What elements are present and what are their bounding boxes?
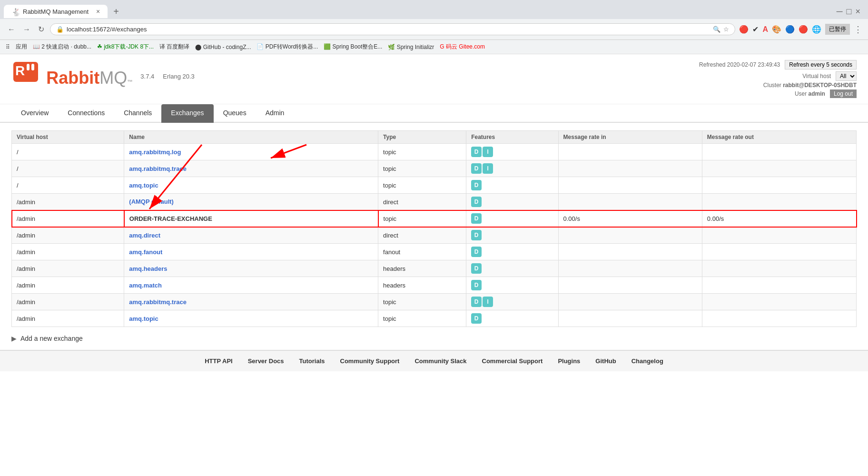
cell-type: direct <box>378 227 466 244</box>
logout-btn[interactable]: Log out <box>830 89 857 98</box>
cell-name[interactable]: amq.direct <box>124 227 378 244</box>
cell-features: D <box>466 227 558 244</box>
nav-channels[interactable]: Channels <box>114 104 161 123</box>
cell-vhost: /admin <box>12 310 124 327</box>
cell-name[interactable]: amq.match <box>124 277 378 294</box>
table-row[interactable]: /amq.rabbitmq.logtopicDI <box>12 144 857 160</box>
cell-rate-out <box>702 194 856 210</box>
cell-name[interactable]: (AMQP default) <box>124 194 378 210</box>
new-tab-btn[interactable]: + <box>109 4 123 19</box>
cell-vhost: /admin <box>12 260 124 277</box>
add-exchange-section[interactable]: ▶ Add a new exchange <box>11 335 857 342</box>
bookmark-jdk[interactable]: ☘ jdk8下载-JDK 8下... <box>97 43 154 51</box>
table-row[interactable]: /adminamq.headersheadersD <box>12 260 857 277</box>
vhost-label: Virtual host <box>802 73 831 79</box>
bookmark-spring-init[interactable]: 🌿 Spring Initializr <box>388 44 434 50</box>
cell-rate-out: 0.00/s <box>702 210 856 227</box>
footer-http-api[interactable]: HTTP API <box>205 357 233 365</box>
maximize-btn[interactable]: □ <box>847 7 852 17</box>
main-nav: Overview Connections Channels Exchanges … <box>0 104 868 123</box>
cell-rate-in <box>558 244 702 260</box>
pause-btn[interactable]: 已暂停 <box>825 24 850 35</box>
table-row[interactable]: /adminamq.fanoutfanoutD <box>12 244 857 260</box>
footer-community-support[interactable]: Community Support <box>340 357 400 365</box>
nav-queues[interactable]: Queues <box>214 104 256 123</box>
bookmark-spring-boot[interactable]: 🟩 Spring Boot整合E... <box>324 43 382 51</box>
footer-changelog[interactable]: Changelog <box>631 357 663 365</box>
table-row[interactable]: /amq.topictopicD <box>12 177 857 194</box>
table-row[interactable]: /amq.rabbitmq.tracetopicDI <box>12 160 857 177</box>
footer-community-slack[interactable]: Community Slack <box>414 357 466 365</box>
cell-name[interactable]: amq.fanout <box>124 244 378 260</box>
exchanges-table: Virtual host Name Type Features Message … <box>11 130 857 327</box>
nav-connections[interactable]: Connections <box>58 104 114 123</box>
cell-rate-out <box>702 277 856 294</box>
tab-bar: 🐇 RabbitMQ Management × + ─ □ × <box>0 0 868 19</box>
cell-name[interactable]: amq.rabbitmq.trace <box>124 294 378 310</box>
refreshed-time: 2020-02-07 23:49:43 <box>727 61 780 68</box>
bookmark-apps[interactable]: 应用 <box>16 43 27 51</box>
cell-vhost: /admin <box>12 294 124 310</box>
cell-rate-out <box>702 160 856 177</box>
apps-icon[interactable]: ⠿ <box>6 44 10 50</box>
forward-btn[interactable]: → <box>21 23 32 36</box>
table-row[interactable]: /adminamq.topictopicD <box>12 310 857 327</box>
ext-icon-7[interactable]: 🌐 <box>812 25 821 34</box>
cell-name[interactable]: amq.rabbitmq.trace <box>124 160 378 177</box>
tab-close-btn[interactable]: × <box>96 8 100 15</box>
close-window-btn[interactable]: × <box>855 7 860 17</box>
footer-commercial-support[interactable]: Commercial Support <box>482 357 543 365</box>
table-row[interactable]: /adminamq.rabbitmq.tracetopicDI <box>12 294 857 310</box>
bookmark-dubbo[interactable]: 📖 2 快速启动 · dubb... <box>33 43 91 51</box>
footer-github[interactable]: GitHub <box>595 357 616 365</box>
add-exchange-label: Add a new exchange <box>20 335 83 342</box>
bookmark-github[interactable]: ⬤ GitHub - codingZ... <box>195 44 251 50</box>
table-row[interactable]: /adminamq.directdirectD <box>12 227 857 244</box>
star-icon[interactable]: ☆ <box>723 26 729 33</box>
cell-rate-in <box>558 144 702 160</box>
feature-badge-d: D <box>471 230 482 240</box>
footer-server-docs[interactable]: Server Docs <box>248 357 284 365</box>
cell-features: D <box>466 310 558 327</box>
feature-badge-d: D <box>471 297 482 307</box>
cell-name[interactable]: amq.rabbitmq.log <box>124 144 378 160</box>
nav-exchanges[interactable]: Exchanges <box>161 104 213 123</box>
ext-icon-5[interactable]: 🔵 <box>785 25 795 34</box>
vhost-line: Virtual host All <box>699 71 857 81</box>
cell-rate-out <box>702 227 856 244</box>
cell-name[interactable]: amq.topic <box>124 177 378 194</box>
table-row[interactable]: /adminamq.matchheadersD <box>12 277 857 294</box>
rabbit-logo-svg: R <box>11 60 40 84</box>
refresh-btn[interactable]: Refresh every 5 seconds <box>785 60 857 69</box>
cell-rate-in <box>558 310 702 327</box>
ext-icon-1[interactable]: 🔴 <box>739 25 749 34</box>
cell-features: D <box>466 177 558 194</box>
cell-name[interactable]: amq.topic <box>124 310 378 327</box>
ext-icon-6[interactable]: 🔴 <box>799 25 808 34</box>
ext-icon-2[interactable]: ✔ <box>752 25 759 34</box>
reload-btn[interactable]: ↻ <box>36 23 46 36</box>
nav-overview[interactable]: Overview <box>11 104 58 123</box>
menu-btn[interactable]: ⋮ <box>854 24 862 35</box>
bookmark-baidu[interactable]: 译 百度翻译 <box>159 43 189 51</box>
table-row[interactable]: /adminORDER-TRACE-EXCHANGEtopicD0.00/s0.… <box>12 210 857 227</box>
table-row[interactable]: /admin(AMQP default)directD <box>12 194 857 210</box>
bookmark-pdf[interactable]: 📄 PDF转Word转换器... <box>256 43 318 51</box>
cell-features: DI <box>466 160 558 177</box>
address-bar[interactable]: 🔒 localhost:15672/#/exchanges 🔍 ☆ <box>50 23 735 35</box>
cell-name[interactable]: ORDER-TRACE-EXCHANGE <box>124 210 378 227</box>
active-tab[interactable]: 🐇 RabbitMQ Management × <box>4 5 108 18</box>
feature-badge-i: I <box>483 163 493 174</box>
bookmark-gitee[interactable]: G 码云 Gitee.com <box>440 43 485 51</box>
tab-title: RabbitMQ Management <box>23 8 89 15</box>
back-btn[interactable]: ← <box>6 23 17 36</box>
footer-plugins[interactable]: Plugins <box>558 357 580 365</box>
minimize-btn[interactable]: ─ <box>837 7 843 17</box>
footer-tutorials[interactable]: Tutorials <box>299 357 325 365</box>
feature-badge-d: D <box>471 163 482 174</box>
ext-icon-4[interactable]: 🎨 <box>772 25 781 34</box>
nav-admin[interactable]: Admin <box>256 104 294 123</box>
vhost-select[interactable]: All <box>836 71 857 81</box>
ext-icon-3[interactable]: A <box>762 25 768 34</box>
cell-name[interactable]: amq.headers <box>124 260 378 277</box>
